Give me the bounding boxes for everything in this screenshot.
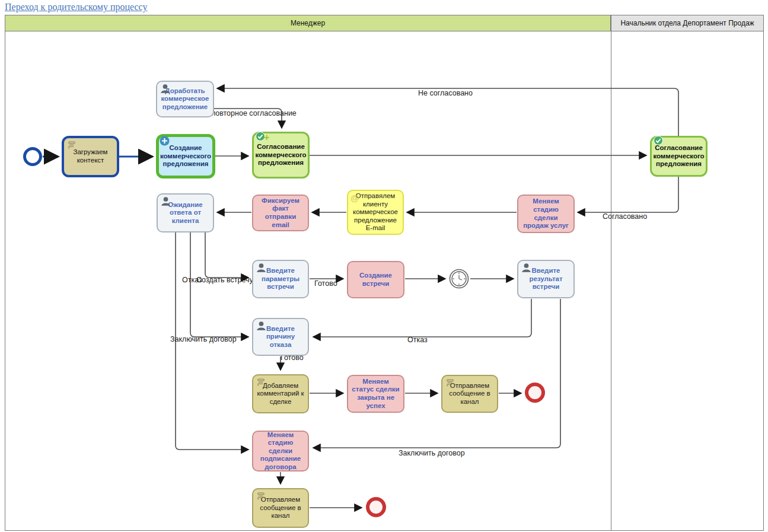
subprocess-create-kp[interactable]: Создание коммерческого предложения — [156, 134, 215, 179]
end-event-1[interactable] — [525, 383, 545, 403]
task-wait-client[interactable]: Ожидание ответа от клиента — [157, 193, 214, 232]
task-label: Фиксируем факт отправки email — [256, 197, 305, 229]
timer-icon — [449, 269, 469, 289]
task-label: Введите результат встречи — [521, 267, 571, 291]
task-enter-reject-reason[interactable]: Введите причину отказа — [252, 318, 309, 356]
start-event[interactable] — [23, 147, 42, 166]
task-send-email-client[interactable]: @ Отправялем клиенту коммерческое предло… — [347, 190, 404, 235]
label-reapproval: На повторное согласование — [200, 109, 297, 117]
task-change-status-closed[interactable]: Меняем статус сделки закрыта не успех — [347, 375, 404, 413]
label-approved: Согласовано — [603, 212, 647, 221]
task-label: Добавляем комментарий к сделке — [256, 382, 305, 406]
task-rework-kp[interactable]: Доработать коммерческое предложение — [156, 81, 214, 117]
task-enter-meeting-result[interactable]: Введите результат встречи — [517, 260, 575, 298]
label-sign-contract-2: Заключить договор — [399, 449, 465, 457]
task-send-channel-2[interactable]: Отправляем сообщение в канал — [252, 488, 309, 528]
task-label: Согласование коммерческого предложения — [653, 144, 704, 168]
task-label: Отправляем сообщение в канал — [445, 382, 494, 406]
approve-badges: + — [256, 132, 269, 144]
task-label: Создание коммерческого предложения — [160, 144, 211, 168]
task-approve-kp-manager[interactable]: + Согласование коммерческого предложения — [252, 132, 310, 179]
task-send-channel-1[interactable]: Отправляем сообщение в канал — [441, 375, 498, 413]
check-circle-icon — [654, 136, 663, 148]
edge-wait-rejectreason — [190, 232, 248, 337]
task-label: Меняем стадию сделки подписание договора — [256, 431, 305, 472]
edge-result-signcontract — [313, 299, 560, 448]
task-label: Отправялем клиенту коммерческое предложе… — [351, 192, 400, 232]
task-label: Отправляем сообщение в канал — [256, 496, 305, 520]
bpmn-diagram: Переход к родительскому процессу Менедже… — [0, 0, 768, 532]
task-label: Согласование коммерческого предложения — [255, 143, 306, 167]
task-change-stage-sales[interactable]: Меняем стадию сделки продаж услуг — [517, 195, 575, 233]
task-approve-kp-head[interactable]: Согласование коммерческого предложения — [650, 136, 708, 177]
task-change-stage-sign[interactable]: Меняем стадию сделки подписание договора — [252, 431, 309, 472]
edge-approved — [578, 177, 678, 212]
edge-wait-meetingparams — [205, 232, 248, 278]
task-add-comment[interactable]: Добавляем комментарий к сделке — [252, 374, 309, 413]
task-enter-meeting-params[interactable]: Введите параметры встречи — [252, 260, 309, 298]
task-label: Доработать коммерческое предложение — [160, 87, 210, 112]
label-not-approved: Не согласовано — [418, 89, 473, 97]
edge-result-reject — [313, 299, 531, 337]
task-label: Введите параметры встречи — [256, 267, 305, 291]
label-done-1: Готово — [314, 279, 337, 288]
plus-icon: + — [264, 133, 269, 142]
task-label: Создание встречи — [351, 272, 400, 288]
task-create-meeting[interactable]: Создание встречи — [347, 261, 404, 298]
task-load-context[interactable]: Загружаем контекст — [62, 136, 119, 177]
task-label: Загружаем контекст — [67, 148, 114, 164]
approve-badges — [654, 136, 663, 148]
label-reject-2: Отказ — [407, 336, 428, 344]
end-event-2[interactable] — [366, 497, 386, 517]
label-create-meeting: Создать встречу — [196, 276, 253, 284]
task-label: Меняем статус сделки закрыта не успех — [351, 378, 400, 410]
timer-event[interactable] — [449, 269, 469, 289]
label-sign-contract-1: Заключить договор — [170, 335, 237, 343]
task-fix-email[interactable]: Фиксируем факт отправки email — [252, 195, 309, 231]
task-label: Меняем стадию сделки продаж услуг — [521, 197, 571, 230]
task-label: Введите причину отказа — [256, 325, 305, 349]
task-label: Ожидание ответа от клиента — [161, 201, 210, 225]
